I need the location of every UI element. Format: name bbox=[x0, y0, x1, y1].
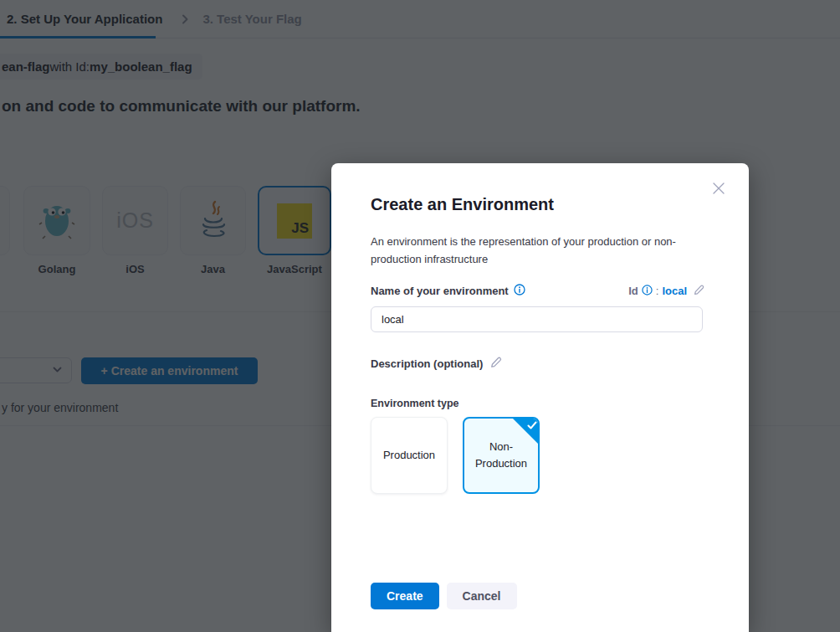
environment-name-input[interactable] bbox=[371, 306, 703, 332]
edit-pencil-icon[interactable] bbox=[489, 356, 503, 373]
selected-check-corner bbox=[513, 419, 538, 444]
env-type-non-production-label: Non-Production bbox=[472, 439, 530, 471]
name-field-label-row: Name of your environment bbox=[371, 284, 525, 298]
env-type-production-label: Production bbox=[383, 449, 435, 461]
info-icon[interactable] bbox=[514, 284, 525, 298]
environment-type-label: Environment type bbox=[371, 398, 705, 409]
env-type-card-production[interactable]: Production bbox=[371, 417, 448, 494]
modal-subtitle: An environment is the representation of … bbox=[371, 233, 690, 269]
name-field-label: Name of your environment bbox=[371, 285, 509, 297]
info-icon[interactable] bbox=[642, 285, 653, 298]
env-type-card-non-production[interactable]: Non-Production bbox=[463, 417, 540, 494]
create-button[interactable]: Create bbox=[371, 583, 439, 609]
id-display-row: Id : local bbox=[628, 284, 705, 299]
cancel-button[interactable]: Cancel bbox=[447, 583, 517, 609]
id-label: Id bbox=[628, 285, 638, 297]
check-icon bbox=[527, 421, 537, 430]
create-environment-modal: Create an Environment An environment is … bbox=[331, 163, 749, 632]
id-separator: : bbox=[656, 285, 659, 297]
screen: 2. Set Up Your Application 3. Test Your … bbox=[0, 0, 840, 632]
close-icon[interactable] bbox=[710, 180, 727, 197]
id-value: local bbox=[662, 285, 687, 297]
description-label: Description (optional) bbox=[371, 357, 483, 370]
modal-title: Create an Environment bbox=[371, 195, 705, 214]
edit-pencil-icon[interactable] bbox=[693, 284, 705, 299]
